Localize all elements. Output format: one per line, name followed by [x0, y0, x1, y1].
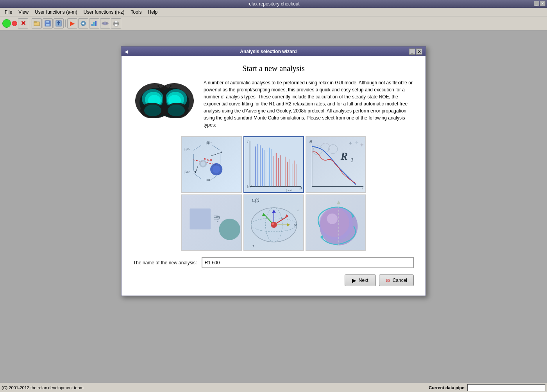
- menu-help[interactable]: Help: [145, 9, 161, 16]
- analysis-wizard-dialog: ◀ Analysis selection wizard _ ✕ Start a …: [121, 46, 426, 296]
- next-label: Next: [359, 278, 368, 283]
- menu-user-functions-am[interactable]: User functions (a-m): [32, 9, 80, 16]
- open-button[interactable]: [32, 18, 42, 29]
- analysis-grid: |ββ> |αβ> |βα> |αα>: [181, 136, 366, 251]
- export-button[interactable]: [54, 18, 64, 29]
- svg-text:|αβ>: |αβ>: [184, 147, 190, 151]
- svg-text:|αα>: |αα>: [247, 185, 253, 188]
- svg-point-32: [163, 93, 166, 116]
- svg-rect-3: [46, 21, 49, 23]
- svg-rect-95: [189, 208, 211, 230]
- svg-rect-16: [114, 24, 118, 26]
- svg-rect-11: [95, 21, 97, 26]
- butterfly-svg: [133, 79, 196, 126]
- model-free-card[interactable]: C(t) S²: [243, 194, 304, 251]
- dialog-title-text: Analysis selection wizard: [240, 49, 297, 54]
- svg-point-51: [200, 161, 205, 166]
- svg-marker-57: [194, 171, 197, 173]
- rotor-card-image: [306, 194, 365, 251]
- svg-text:R: R: [340, 150, 347, 162]
- run-button[interactable]: ▶: [67, 18, 77, 29]
- svg-point-31: [168, 105, 185, 116]
- svg-text:✦: ✦: [354, 140, 359, 146]
- svg-text:✦: ✦: [359, 142, 364, 148]
- noe-card[interactable]: |ββ> |αβ> |βα> |αα>: [181, 136, 242, 193]
- svg-point-8: [82, 22, 84, 24]
- pipe-button[interactable]: [100, 18, 110, 29]
- analysis-name-input[interactable]: [202, 257, 414, 268]
- toolbar-sep-1: [30, 20, 30, 27]
- status-green-button[interactable]: [2, 19, 11, 28]
- svg-text:e: e: [297, 208, 299, 212]
- svg-rect-4: [46, 24, 50, 26]
- next-button[interactable]: ▶ Next: [345, 274, 376, 286]
- svg-point-111: [271, 222, 277, 228]
- pipe-label: Current data pipe:: [429, 385, 466, 390]
- svg-point-36: [170, 85, 172, 87]
- minimize-button[interactable]: _: [534, 1, 539, 6]
- butterfly-image: [133, 79, 196, 126]
- r2-card-image: R 2 M t: [306, 136, 365, 193]
- custom-card-image: ≡ ?: [182, 194, 241, 251]
- dialog-close-button[interactable]: ✕: [416, 48, 422, 55]
- svg-rect-15: [114, 21, 118, 23]
- r1-card[interactable]: I Ω: [243, 136, 304, 193]
- svg-line-45: [193, 173, 201, 179]
- svg-text:|ββ>: |ββ>: [206, 141, 212, 144]
- print-button[interactable]: [111, 18, 121, 29]
- svg-text:✦: ✦: [348, 141, 353, 146]
- close-button[interactable]: ✕: [540, 1, 545, 6]
- svg-text:|αα>: |αα>: [206, 178, 212, 182]
- dialog-top-section: A number of automatic analyses to be pre…: [133, 79, 414, 136]
- noe-card-image: |ββ> |αβ> |βα> |αα>: [182, 136, 241, 193]
- menu-user-functions-nz[interactable]: User functions (n-z): [80, 9, 128, 16]
- menu-file[interactable]: File: [2, 9, 15, 16]
- status-dot-button[interactable]: [12, 21, 17, 26]
- stop-button[interactable]: ✕: [18, 18, 28, 29]
- svg-text:2: 2: [350, 157, 354, 163]
- svg-point-112: [272, 223, 274, 225]
- svg-point-34: [157, 85, 159, 87]
- dialog-intro-text: A number of automatic analyses to be pre…: [204, 79, 414, 128]
- svg-rect-9: [91, 24, 93, 26]
- dialog-body: Start a new analysis: [122, 56, 425, 296]
- chart-button[interactable]: [89, 18, 99, 29]
- menu-tools[interactable]: Tools: [128, 9, 145, 16]
- analysis-name-row: The name of the new analysis:: [133, 257, 414, 268]
- svg-point-98: [219, 219, 240, 240]
- custom-card[interactable]: ≡ ?: [181, 194, 242, 251]
- svg-text:|βα>: |βα>: [184, 170, 190, 174]
- svg-point-49: [212, 166, 220, 173]
- r2-card[interactable]: R 2 M t: [306, 136, 366, 193]
- save-button[interactable]: [43, 18, 53, 29]
- title-bar-controls[interactable]: _ ✕: [534, 1, 545, 6]
- menu-view[interactable]: View: [15, 9, 32, 16]
- svg-line-42: [212, 145, 220, 150]
- next-icon: ▶: [352, 277, 356, 283]
- svg-text:C(t): C(t): [252, 198, 259, 203]
- toolbar-sep-2: [65, 20, 66, 27]
- svg-point-119: [327, 214, 337, 224]
- settings-button[interactable]: [78, 18, 88, 29]
- svg-rect-10: [93, 22, 95, 26]
- dialog-minimize-button[interactable]: _: [409, 48, 415, 55]
- svg-text:σ: σ: [204, 156, 206, 160]
- dialog-title-icon: ◀: [125, 50, 128, 54]
- status-bar: (C) 2001-2012 the relax development team…: [0, 383, 547, 392]
- svg-text:S²: S²: [293, 223, 296, 227]
- svg-line-54: [211, 152, 222, 156]
- dialog-titlebar: ◀ Analysis selection wizard _ ✕: [122, 47, 425, 56]
- dialog-titlebar-controls[interactable]: _ ✕: [409, 48, 422, 55]
- cancel-button[interactable]: ⊗ Cancel: [379, 274, 414, 286]
- svg-text:?: ?: [215, 214, 220, 224]
- model-free-card-image: C(t) S²: [244, 194, 303, 251]
- svg-text:Ω: Ω: [299, 186, 302, 190]
- dialog-header: Start a new analysis: [133, 64, 414, 73]
- svg-text:|ωω>: |ωω>: [286, 189, 293, 192]
- svg-text:N-H: N-H: [207, 159, 212, 161]
- svg-point-17: [118, 23, 118, 23]
- svg-text:M: M: [309, 139, 312, 143]
- rotor-card[interactable]: [306, 194, 366, 251]
- menu-bar: File View User functions (a-m) User func…: [0, 8, 547, 16]
- main-area: ◀ Analysis selection wizard _ ✕ Start a …: [0, 30, 547, 383]
